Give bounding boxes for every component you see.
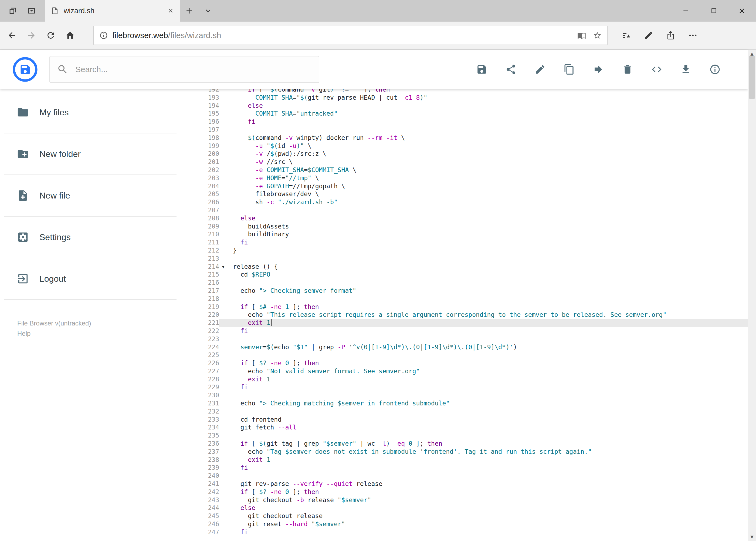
more-options-icon[interactable] — [685, 28, 700, 43]
code-line[interactable]: 242 if [ $? -ne 0 ]; then — [200, 488, 748, 496]
sidebar-item-new-folder[interactable]: New folder — [4, 134, 176, 175]
copy-button[interactable] — [563, 64, 575, 75]
home-icon[interactable] — [63, 28, 78, 43]
code-text[interactable]: else — [227, 504, 255, 512]
code-line[interactable]: 233 cd frontend — [200, 416, 748, 424]
code-line[interactable]: 210 buildBinary — [200, 231, 748, 239]
code-line[interactable]: 222 fi — [200, 327, 748, 335]
code-line[interactable]: 195 COMMIT_SHA="untracked" — [200, 110, 748, 118]
code-text[interactable]: exit 1 — [227, 456, 270, 464]
code-text[interactable]: git fetch --all — [227, 423, 296, 432]
code-text[interactable]: fi — [227, 327, 248, 335]
code-text[interactable]: release () { — [227, 263, 278, 271]
code-text[interactable]: -e COMMIT_SHA=$COMMIT_SHA \ — [227, 166, 356, 174]
code-line[interactable]: 202 -e COMMIT_SHA=$COMMIT_SHA \ — [200, 166, 748, 174]
code-text[interactable] — [227, 432, 233, 440]
code-text[interactable]: exit 1 — [227, 375, 270, 383]
code-line[interactable]: 199 -u "$(id -u)" \ — [200, 142, 748, 150]
code-text[interactable] — [227, 279, 233, 287]
code-text[interactable]: git rev-parse --verify --quiet release — [227, 480, 382, 488]
sidebar-item-logout[interactable]: Logout — [4, 258, 176, 300]
code-text[interactable]: echo "> Checking semver format" — [227, 287, 356, 295]
favorite-star-icon[interactable] — [593, 31, 602, 40]
code-line[interactable]: 196 fi — [200, 118, 748, 126]
code-text[interactable]: git checkout release — [227, 512, 323, 520]
code-text[interactable] — [227, 472, 233, 480]
address-bar[interactable]: filebrowser.web/files/wizard.sh — [94, 26, 608, 45]
code-text[interactable]: echo "> Checking matching $semver in fro… — [227, 399, 450, 407]
delete-button[interactable] — [622, 64, 633, 75]
code-line[interactable]: 232 — [200, 407, 748, 416]
code-line[interactable]: 216 — [200, 279, 748, 287]
code-line[interactable]: 207 — [200, 206, 748, 215]
code-line[interactable]: 240 — [200, 472, 748, 480]
code-line[interactable]: 237 echo "Tag $semver does not exist in … — [200, 448, 748, 456]
code-line[interactable]: 245 git checkout release — [200, 512, 748, 520]
code-text[interactable]: if [ "$(command -v git)" != "" ]; then — [227, 89, 390, 94]
rename-button[interactable] — [534, 64, 546, 75]
code-line[interactable]: 223 — [200, 335, 748, 343]
site-info-icon[interactable] — [99, 31, 108, 40]
forward-icon[interactable] — [24, 28, 39, 43]
scroll-down-icon[interactable]: ▼ — [748, 533, 756, 541]
scrollbar-thumb[interactable] — [749, 56, 755, 99]
web-notes-pen-icon[interactable] — [641, 28, 656, 43]
code-text[interactable]: COMMIT_SHA="untracked" — [227, 110, 338, 118]
browser-tab[interactable]: wizard.sh — [45, 0, 180, 22]
fold-marker-icon[interactable]: ▾ — [219, 263, 227, 271]
code-editor[interactable]: 192 if [ "$(command -v git)" != "" ]; th… — [200, 89, 748, 541]
code-text[interactable]: echo "Not valid semver format. See semve… — [227, 367, 420, 375]
share-icon[interactable] — [663, 28, 678, 43]
code-line[interactable]: 231 echo "> Checking matching $semver in… — [200, 399, 748, 407]
favorites-hub-icon[interactable] — [619, 28, 634, 43]
switch-editor-button[interactable] — [651, 64, 662, 75]
code-text[interactable]: echo "This release script requires a sin… — [227, 311, 666, 319]
set-tabs-aside-icon[interactable] — [3, 0, 22, 22]
code-text[interactable] — [227, 206, 233, 215]
code-line[interactable]: 244 else — [200, 504, 748, 512]
code-text[interactable]: fi — [227, 528, 248, 536]
code-line[interactable]: 225 — [200, 351, 748, 359]
code-text[interactable]: filebrowser/dev \ — [227, 190, 319, 198]
search-box[interactable] — [49, 56, 319, 83]
code-line[interactable]: 203 -e HOME="//tmp" \ — [200, 174, 748, 182]
code-line[interactable]: 217 echo "> Checking semver format" — [200, 287, 748, 295]
code-line[interactable]: 224 semver=$(echo "$1" | grep -P '^v(0|[… — [200, 343, 748, 351]
sidebar-item-my-files[interactable]: My files — [4, 92, 176, 134]
code-text[interactable]: buildBinary — [227, 231, 289, 239]
code-text[interactable]: $(command -v winpty) docker run --rm -it… — [227, 134, 405, 142]
code-line[interactable]: 208 else — [200, 215, 748, 223]
tab-preview-icon[interactable] — [22, 0, 41, 22]
code-line[interactable]: 235 — [200, 432, 748, 440]
move-button[interactable] — [593, 64, 604, 75]
code-line[interactable]: 192 if [ "$(command -v git)" != "" ]; th… — [200, 89, 748, 94]
code-text[interactable]: sh -c "./wizard.sh -b" — [227, 198, 338, 206]
code-line[interactable]: 215 cd $REPO — [200, 270, 748, 279]
code-text[interactable]: -v /$(pwd):/src:z \ — [227, 150, 326, 158]
code-line[interactable]: 229 fi — [200, 383, 748, 391]
code-line[interactable]: 214▾release () { — [200, 263, 748, 271]
code-text[interactable]: if [ $? -ne 0 ]; then — [227, 488, 319, 496]
code-text[interactable]: cd frontend — [227, 416, 282, 424]
code-line[interactable]: 211 fi — [200, 239, 748, 247]
code-text[interactable]: cd $REPO — [227, 270, 270, 279]
code-line[interactable]: 201 -w //src \ — [200, 158, 748, 166]
code-line[interactable]: 213 — [200, 255, 748, 263]
back-icon[interactable] — [4, 28, 19, 43]
code-line[interactable]: 209 buildAssets — [200, 223, 748, 231]
close-button[interactable] — [728, 0, 756, 22]
sidebar-item-new-file[interactable]: New file — [4, 175, 176, 217]
code-line[interactable]: 228 exit 1 — [200, 375, 748, 383]
code-line[interactable]: 227 echo "Not valid semver format. See s… — [200, 367, 748, 375]
code-line[interactable]: 239 fi — [200, 464, 748, 472]
code-line[interactable]: 243 git checkout -b release "$semver" — [200, 496, 748, 504]
code-line[interactable]: 204 -e GOPATH=//tmp/gopath \ — [200, 182, 748, 191]
code-line[interactable]: 197 — [200, 126, 748, 134]
search-input[interactable] — [75, 65, 312, 74]
code-text[interactable]: fi — [227, 383, 248, 391]
refresh-icon[interactable] — [43, 28, 58, 43]
code-text[interactable]: else — [227, 215, 255, 223]
help-link[interactable]: Help — [17, 328, 91, 339]
code-line[interactable]: 218 — [200, 295, 748, 303]
code-line[interactable]: 194 else — [200, 102, 748, 110]
